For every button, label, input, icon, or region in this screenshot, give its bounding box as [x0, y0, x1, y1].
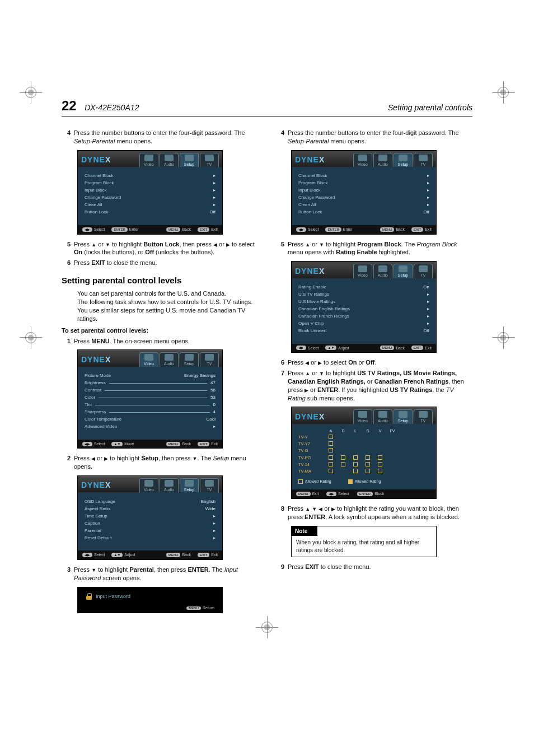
arrow-right-icon: ▸	[213, 173, 216, 179]
osd-item: Change Password	[85, 195, 121, 201]
arrow-right-icon: ▸	[213, 528, 216, 534]
ratings-col-header: A	[326, 428, 335, 433]
ratings-col-header: L	[351, 428, 360, 433]
ratings-checkbox	[329, 462, 333, 466]
ratings-checkbox	[366, 469, 370, 473]
osd-tab-audio: Audio	[373, 264, 392, 278]
model-number: DX-42E250A12	[85, 103, 139, 112]
ratings-row-label: TV-14	[298, 462, 323, 468]
ratings-row-label: TV-PG	[298, 455, 323, 461]
crop-mark	[17, 324, 45, 352]
note-heading: Note	[292, 526, 317, 536]
down-arrow-icon	[319, 241, 324, 248]
osd-item: Open V-Chip	[298, 321, 324, 327]
osd-value: Energy Savings	[184, 373, 216, 379]
ratings-row-label: TV-Y7	[298, 441, 323, 447]
legend-blocked: Allowed Rating	[355, 479, 381, 483]
step-number: 3	[62, 566, 74, 582]
dynex-logo: DYNEX	[81, 352, 113, 366]
osd-value: 47	[210, 380, 216, 386]
column-left: 4 Press the number buttons to enter the …	[62, 127, 259, 619]
osd-tab-tv: TV	[200, 153, 219, 167]
osd-item: Button Lock	[298, 209, 322, 216]
osd-tab-setup: Setup	[394, 409, 413, 423]
ratings-grid: ADLSVFVTV-YTV-Y7TV-GTV-PGTV-14TV-MA	[298, 428, 429, 474]
note-body: When you block a rating, that rating and…	[292, 536, 436, 557]
osd-tab-tv: TV	[414, 264, 433, 278]
osd-item: Color Temperature	[85, 417, 121, 423]
osd-value: Off	[423, 209, 429, 216]
osd-tab-setup: Setup	[180, 153, 199, 167]
osd-tab-video: Video	[139, 153, 158, 167]
osd-video-menu: DYNEX Video Audio Setup TV Picture ModeE…	[77, 349, 223, 449]
step: 5 Press or to highlight Program Block. T…	[275, 240, 472, 257]
osd-tab-audio: Audio	[373, 153, 392, 167]
ratings-checkbox	[366, 455, 370, 460]
up-arrow-icon	[91, 241, 96, 248]
legend-allowed: Allowed Rating	[305, 479, 331, 483]
up-arrow-icon	[305, 505, 310, 512]
step-number: 9	[275, 563, 288, 571]
osd-item: Caption	[85, 521, 100, 527]
osd-tab-setup: Setup	[394, 264, 413, 278]
manual-page: 22 DX-42E250A12 Setting parental control…	[0, 0, 534, 675]
ratings-col-header: D	[339, 428, 348, 433]
ratings-checkbox	[353, 455, 358, 460]
lock-icon	[86, 593, 92, 600]
ratings-checkbox	[378, 455, 382, 460]
arrow-right-icon: ▸	[213, 521, 216, 527]
intro-text: You can set parental controls for the U.…	[62, 290, 259, 298]
step: 3 Press to highlight Parental, then pres…	[62, 566, 259, 582]
osd-tab-setup: Setup	[180, 352, 199, 366]
osd-value: Cool	[207, 417, 216, 423]
osd-tab-video: Video	[139, 352, 158, 366]
osd-item: Program Block	[85, 180, 114, 186]
osd-item: Input Block	[85, 188, 107, 194]
osd-item: Picture Mode	[85, 373, 111, 379]
step-number: 5	[62, 240, 74, 257]
ratings-checkbox	[341, 462, 345, 466]
down-arrow-icon	[91, 566, 96, 573]
down-arrow-icon	[312, 505, 317, 512]
page-number: 22	[62, 98, 77, 113]
osd-item: Color	[85, 395, 95, 401]
step: 1 Press MENU. The on-screen menu opens.	[62, 337, 259, 346]
osd-item: U.S TV Ratings	[298, 292, 329, 298]
crop-mark	[253, 613, 281, 641]
osd-item: Program Block	[298, 180, 327, 186]
ratings-row-label: TV-MA	[298, 469, 323, 474]
osd-value: On	[423, 284, 429, 291]
osd-item: Clean All	[298, 202, 316, 208]
ratings-checkbox	[378, 469, 382, 473]
step-text: menu opens.	[115, 138, 152, 144]
osd-footer: ◀▶Select ENTEREnter MENUBack EXITExit	[78, 225, 222, 234]
osd-parental-menu: DYNEX Video Audio Setup TV Channel Block…	[77, 150, 223, 235]
header-divider	[62, 116, 472, 116]
osd-value: Off	[209, 209, 216, 216]
ratings-col-header: V	[376, 428, 385, 433]
arrow-right-icon: ▸	[213, 535, 216, 542]
osd-item: Change Password	[298, 195, 335, 201]
dynex-logo: DYNEX	[295, 153, 327, 167]
intro-text: The following task shows how to set cont…	[62, 298, 259, 323]
section-title: Setting parental controls	[388, 103, 472, 112]
osd-value: Wide	[205, 506, 216, 512]
step: 4 Press the number buttons to enter the …	[62, 129, 259, 146]
step-number: 6	[275, 358, 288, 367]
step-number: 7	[275, 369, 288, 402]
left-arrow-icon	[318, 505, 322, 512]
dynex-logo: DYNEX	[81, 478, 113, 492]
ratings-checkbox	[341, 455, 345, 460]
osd-item: Parental	[85, 528, 101, 534]
osd-item: Input Block	[298, 188, 321, 194]
osd-tab-audio: Audio	[373, 409, 392, 423]
arrow-right-icon: ▸	[213, 195, 216, 201]
step: 5 Press or to highlight Button Lock, the…	[62, 240, 259, 257]
arrow-right-icon: ▸	[213, 424, 216, 430]
osd-tab-setup: Setup	[394, 153, 413, 167]
step-text: Press the number buttons to enter the fo…	[74, 129, 245, 136]
ratings-checkbox	[329, 469, 333, 473]
dynex-logo: DYNEX	[295, 264, 327, 278]
osd-value: 56	[210, 388, 216, 394]
note-box: Note When you block a rating, that ratin…	[291, 526, 437, 558]
